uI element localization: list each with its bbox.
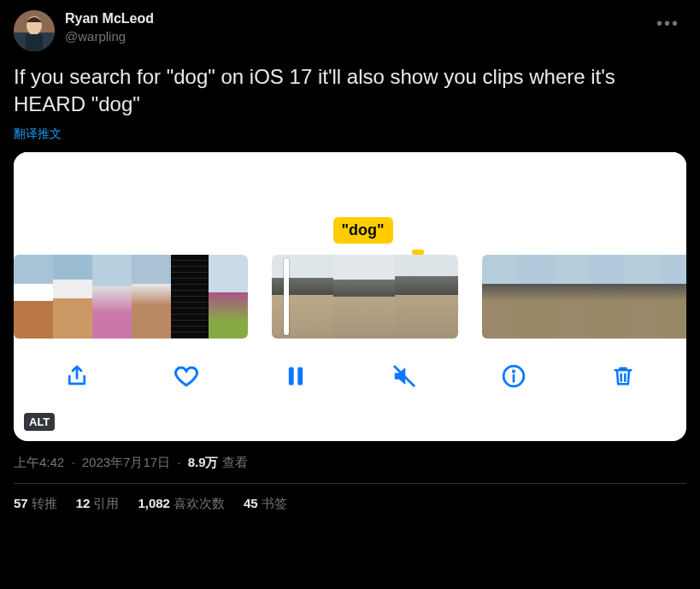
video-frame	[132, 255, 171, 339]
trash-icon	[611, 364, 635, 388]
share-button[interactable]	[60, 359, 94, 393]
tweet-date[interactable]: 2023年7月17日	[82, 455, 170, 469]
video-frame	[662, 255, 686, 339]
likes-stat[interactable]: 1,082喜欢次数	[138, 496, 225, 512]
retweets-stat[interactable]: 57转推	[14, 496, 57, 512]
svg-point-8	[513, 370, 515, 372]
tweet-time[interactable]: 上午4:42	[14, 455, 64, 469]
display-name[interactable]: Ryan McLeod	[65, 10, 639, 28]
clip-group-3[interactable]	[482, 255, 686, 339]
video-frame	[554, 255, 590, 339]
pause-icon	[284, 364, 308, 388]
video-frame	[333, 255, 395, 339]
handle[interactable]: @warpling	[65, 28, 639, 45]
info-button[interactable]	[497, 359, 531, 393]
bookmarks-stat[interactable]: 45书签	[244, 496, 287, 512]
video-frame	[395, 255, 458, 339]
views-count: 8.9万	[188, 455, 219, 469]
tweet-text: If you search for "dog" on iOS 17 it'll …	[14, 63, 686, 119]
video-frame	[53, 255, 92, 339]
translate-link[interactable]: 翻译推文	[14, 127, 62, 142]
media-toolbar	[14, 339, 686, 409]
heart-icon	[173, 362, 200, 390]
video-timeline[interactable]	[14, 255, 686, 339]
avatar[interactable]	[14, 10, 55, 51]
quotes-stat[interactable]: 12引用	[76, 496, 120, 512]
playhead-indicator[interactable]	[284, 258, 289, 335]
user-info: Ryan McLeod @warpling	[65, 10, 639, 44]
speaker-muted-icon	[391, 363, 417, 389]
search-term-badge: "dog"	[333, 217, 393, 244]
pause-button[interactable]	[279, 359, 313, 393]
video-frame	[482, 255, 518, 339]
tweet-header: Ryan McLeod @warpling •••	[14, 10, 686, 51]
more-options-button[interactable]: •••	[650, 10, 686, 37]
svg-rect-5	[297, 367, 303, 385]
info-icon	[501, 363, 526, 389]
video-frame	[14, 255, 53, 339]
media-card[interactable]: "dog"	[14, 152, 686, 441]
badge-tick-marker	[412, 250, 424, 255]
video-frame	[171, 255, 209, 339]
video-frame	[209, 255, 248, 339]
video-frame	[626, 255, 662, 339]
delete-button[interactable]	[606, 359, 640, 393]
tweet-stats: 57转推 12引用 1,082喜欢次数 45书签	[14, 484, 686, 512]
clip-group-1[interactable]	[14, 255, 248, 339]
avatar-image	[14, 10, 55, 51]
views-label[interactable]: 查看	[222, 455, 248, 469]
clip-group-2[interactable]	[272, 255, 458, 339]
video-frame	[518, 255, 554, 339]
mute-button[interactable]	[387, 359, 421, 393]
alt-badge[interactable]: ALT	[24, 413, 55, 431]
tweet-container: Ryan McLeod @warpling ••• If you search …	[0, 0, 700, 522]
video-frame	[590, 255, 626, 339]
more-icon: •••	[656, 14, 679, 32]
svg-rect-3	[26, 34, 43, 51]
like-button[interactable]	[169, 359, 203, 393]
video-frame	[272, 255, 333, 339]
svg-rect-4	[288, 367, 293, 385]
video-frame	[92, 255, 132, 339]
tweet-meta: 上午4:42 · 2023年7月17日 · 8.9万 查看	[14, 455, 686, 484]
share-icon	[64, 363, 90, 389]
